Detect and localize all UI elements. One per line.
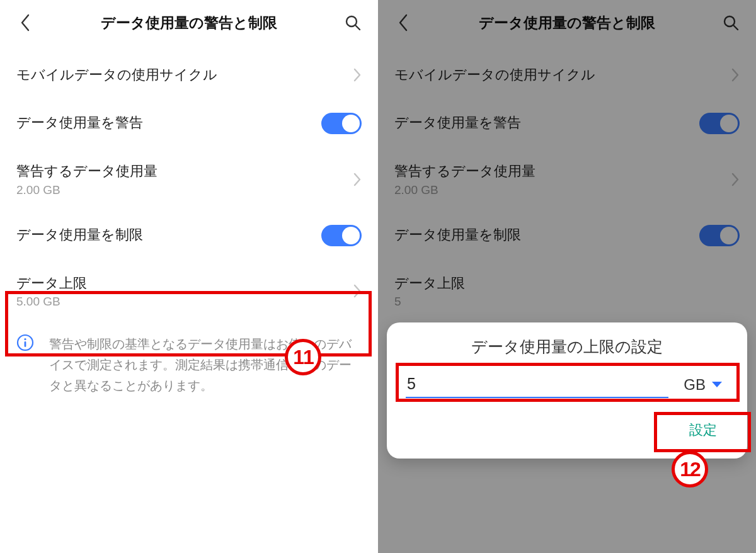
svg-point-3 [24,338,26,340]
limit-value-input[interactable]: 5 [406,372,668,398]
row-title: 警告するデータ使用量 [16,162,353,181]
row-title: データ使用量を制限 [16,225,321,245]
info-row: 警告や制限の基準となるデータ使用量はお使いのデバイスで測定されます。測定結果は携… [0,322,378,408]
row-title: データ使用量を警告 [394,113,699,133]
screen-left: データ使用量の警告と制限 モバイルデータの使用サイクル データ使用量を警告 警告… [0,0,378,553]
toggle-knob [342,115,360,132]
toggle-knob [342,227,360,244]
row-warn-toggle: データ使用量を警告 [0,99,378,148]
row-limit-amount[interactable]: データ上限 5 [378,260,756,323]
page-title: データ使用量の警告と制限 [416,13,718,33]
info-icon [16,334,35,396]
screen-right: データ使用量の警告と制限 モバイルデータの使用サイクル データ使用量を警告 警告… [378,0,756,553]
row-title: データ使用量を制限 [394,225,699,245]
toggle-knob [720,115,738,132]
header-bar: データ使用量の警告と制限 [0,0,378,45]
unit-label: GB [684,376,706,394]
unit-select[interactable]: GB [668,373,728,397]
chevron-left-icon [398,14,409,31]
search-icon [723,14,739,31]
row-title: モバイルデータの使用サイクル [16,66,353,85]
dialog-title: データ使用量の上限の設定 [403,336,731,357]
back-button[interactable] [391,14,416,31]
row-title: データ使用量を警告 [16,113,321,133]
chevron-right-icon [353,283,362,299]
row-warn-amount[interactable]: 警告するデータ使用量 2.00 GB [0,148,378,211]
chevron-right-icon [353,172,362,187]
search-icon [345,14,361,31]
settings-list: モバイルデータの使用サイクル データ使用量を警告 警告するデータ使用量 2.00… [378,45,756,322]
data-limit-dialog: データ使用量の上限の設定 5 GB 設定 [387,322,747,459]
svg-line-6 [733,25,738,30]
row-title: データ上限 [16,274,353,294]
row-warn-amount[interactable]: 警告するデータ使用量 2.00 GB [378,148,756,211]
caret-down-icon [712,382,722,387]
page-title: データ使用量の警告と制限 [38,13,340,33]
chevron-right-icon [353,67,362,83]
limit-toggle[interactable] [699,225,740,246]
warn-toggle[interactable] [699,113,740,134]
row-subtitle: 5.00 GB [16,295,353,309]
info-text: 警告や制限の基準となるデータ使用量はお使いのデバイスで測定されます。測定結果は携… [49,334,362,396]
row-limit-toggle: データ使用量を制限 [0,211,378,260]
confirm-button[interactable]: 設定 [675,414,731,446]
row-subtitle: 2.00 GB [16,183,353,197]
row-limit-toggle: データ使用量を制限 [378,211,756,260]
row-subtitle: 2.00 GB [394,183,731,197]
warn-toggle[interactable] [321,113,362,134]
svg-line-1 [355,25,360,30]
header-bar: データ使用量の警告と制限 [378,0,756,45]
row-warn-toggle: データ使用量を警告 [378,99,756,148]
chevron-left-icon [20,14,31,31]
search-button[interactable] [718,14,743,31]
row-limit-amount[interactable]: データ上限 5.00 GB [0,260,378,323]
search-button[interactable] [340,14,365,31]
row-title: 警告するデータ使用量 [394,162,731,181]
toggle-knob [720,227,738,244]
row-title: モバイルデータの使用サイクル [394,66,731,85]
dialog-body: 5 GB [403,368,731,398]
svg-rect-4 [25,341,26,347]
row-subtitle: 5 [394,295,740,309]
limit-toggle[interactable] [321,225,362,246]
chevron-right-icon [731,67,740,83]
chevron-right-icon [731,172,740,187]
row-usage-cycle[interactable]: モバイルデータの使用サイクル [0,52,378,99]
back-button[interactable] [13,14,38,31]
row-usage-cycle[interactable]: モバイルデータの使用サイクル [378,52,756,99]
settings-list: モバイルデータの使用サイクル データ使用量を警告 警告するデータ使用量 2.00… [0,45,378,408]
row-title: データ上限 [394,274,740,294]
dialog-actions: 設定 [403,398,731,446]
